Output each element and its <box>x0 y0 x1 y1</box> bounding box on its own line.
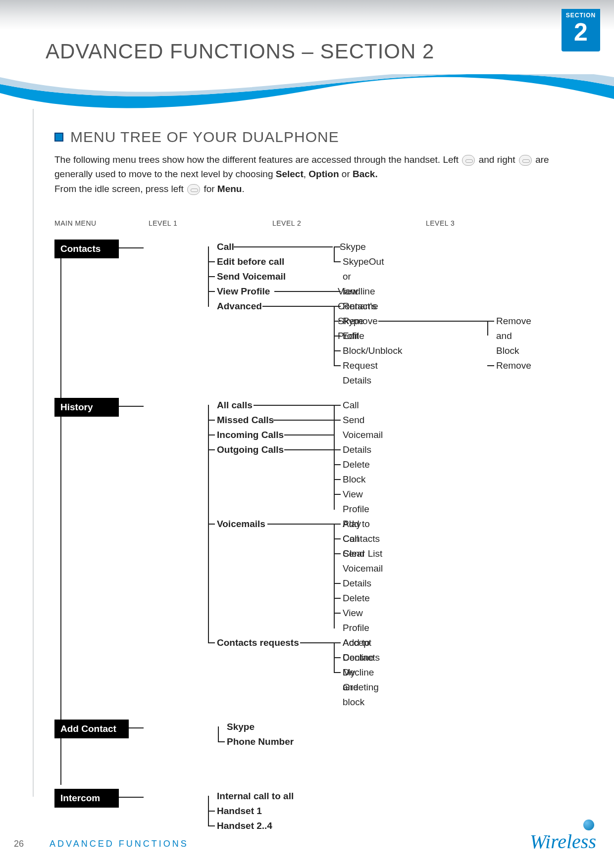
softkey-icon <box>462 155 475 166</box>
top-gradient <box>0 0 614 30</box>
col-l1: LEVEL 1 <box>149 216 272 231</box>
col-l3: LEVEL 3 <box>426 216 584 231</box>
node-addcontact: Add Contact Skype Phone Number <box>54 720 584 769</box>
main-addcontact: Add Contact <box>54 720 129 738</box>
l2-remove: Remove <box>343 316 378 326</box>
l2-r3: Decline and block <box>343 667 374 707</box>
softkey-icon <box>519 155 532 166</box>
l1-advanced: Advanced <box>217 301 262 311</box>
l2-c2: Send Voicemail <box>343 415 383 440</box>
footer-text: ADVANCED FUNCTIONS <box>50 839 189 849</box>
l2-v1: Play <box>343 519 361 529</box>
l2-c5: Block <box>343 474 365 484</box>
l2-v2: Call <box>343 533 359 544</box>
l2-skype: Skype <box>340 241 366 252</box>
l2-v6: View Profile <box>343 608 369 633</box>
l2-v4: Details <box>343 578 371 588</box>
l2-block: Block/Unblock <box>343 345 402 356</box>
node-contacts: Contacts Call Edit before call Send Voic… <box>54 240 584 378</box>
l1-call: Call <box>217 241 234 252</box>
l1-requests: Contacts requests <box>217 637 299 648</box>
main-intercom: Intercom <box>54 789 119 808</box>
content-area: MENU TREE OF YOUR DUALPHONE The followin… <box>54 129 584 853</box>
l3-remove: Remove <box>496 360 531 371</box>
l1-editbefore: Edit before call <box>217 256 284 267</box>
section-tag: SECTION 2 <box>562 9 600 51</box>
l1-incoming: Incoming Calls <box>217 430 284 440</box>
l2-c6: View Profile <box>343 489 369 514</box>
l2-c1: Call <box>343 400 359 410</box>
wave-divider <box>0 74 614 109</box>
brand-logo: Wireless <box>530 830 596 853</box>
l2-v3: Send Voicemail <box>343 548 383 574</box>
page-number: 26 <box>14 839 24 849</box>
l1-ic2: Handset 1 <box>217 806 262 816</box>
l2-c3: Details <box>343 444 371 455</box>
l2-r2: Decline <box>343 652 374 663</box>
subheading-row: MENU TREE OF YOUR DUALPHONE <box>54 129 584 145</box>
l1-outgoing: Outgoing Calls <box>217 444 284 455</box>
main-history: History <box>54 398 119 417</box>
l3-removeblock: Remove and Block <box>496 316 531 356</box>
l1-voicemails: Voicemails <box>217 519 265 529</box>
content-margin-line <box>33 109 34 797</box>
l2-edit: Edit <box>343 331 359 341</box>
l1-sendvm: Send Voicemail <box>217 271 286 282</box>
bullet-square-icon <box>54 133 63 142</box>
section-label: SECTION <box>562 12 600 19</box>
softkey-icon <box>187 184 200 195</box>
l1-ac1: Skype <box>227 722 255 732</box>
menu-tree: MAIN MENU LEVEL 1 LEVEL 2 LEVEL 3 Contac… <box>54 216 584 833</box>
col-main: MAIN MENU <box>54 216 149 231</box>
page-title: ADVANCED FUNCTIONS – SECTION 2 <box>46 40 434 63</box>
main-contacts: Contacts <box>54 240 119 258</box>
column-headers: MAIN MENU LEVEL 1 LEVEL 2 LEVEL 3 <box>54 216 584 231</box>
l1-allcalls: All calls <box>217 400 253 410</box>
l1-missed: Missed Calls <box>217 415 274 425</box>
l1-viewprof: View Profile <box>217 286 270 296</box>
brand-dot-icon <box>583 820 594 830</box>
l2-v5: Delete <box>343 593 370 603</box>
l2-rename: Rename <box>343 301 378 311</box>
l1-ic1: Internal call to all <box>217 791 294 801</box>
subheading: MENU TREE OF YOUR DUALPHONE <box>70 129 339 145</box>
l2-reqdetails: Request Details <box>343 360 378 386</box>
section-number: 2 <box>562 20 600 45</box>
node-history: History All calls Missed Calls Incoming … <box>54 398 584 700</box>
node-intercom: Intercom Internal call to all Handset 1 … <box>54 789 584 833</box>
l1-ac2: Phone Number <box>227 736 294 747</box>
intro-paragraph: The following menu trees show how the di… <box>54 152 584 196</box>
l1-ic3: Handset 2..4 <box>217 820 272 831</box>
l2-c4: Delete <box>343 459 370 470</box>
col-l2: LEVEL 2 <box>272 216 426 231</box>
l2-r1: Accept <box>343 637 371 648</box>
